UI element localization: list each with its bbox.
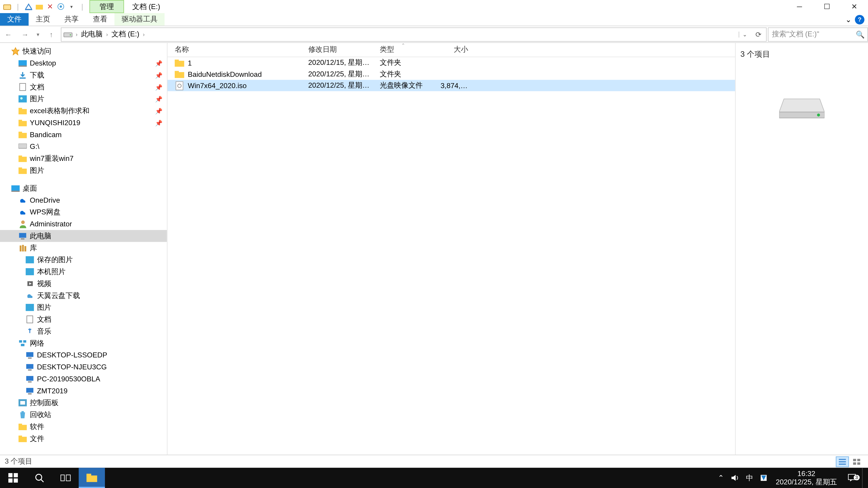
table-row[interactable]: 1 2020/12/15, 星期二 1... 文件夹 [167, 57, 735, 68]
tree-label: 软件 [30, 422, 44, 432]
tree-item-user[interactable]: Administrator [0, 218, 167, 230]
tree-item[interactable]: 图片 [0, 164, 167, 176]
tray-overflow-icon[interactable]: ⌃ [714, 468, 728, 488]
breadcrumb-drive-icon[interactable] [61, 31, 74, 38]
tray-app-icon[interactable] [757, 468, 771, 488]
breadcrumb-seg-current[interactable]: 文档 (E:) [109, 29, 142, 39]
details-pane: 3 个项目 [736, 43, 868, 455]
breadcrumb-seg-thispc[interactable]: 此电脑 [79, 29, 105, 39]
back-button[interactable]: ← [0, 26, 17, 43]
breadcrumb-chevron-icon[interactable]: › [74, 31, 79, 37]
tree-label: 快速访问 [23, 46, 51, 56]
tree-item-cpanel[interactable]: 控制面板 [0, 397, 167, 409]
tab-view[interactable]: 查看 [86, 13, 115, 26]
column-date[interactable]: 修改日期 [301, 43, 373, 57]
table-row[interactable]: BaiduNetdiskDownload 2020/12/25, 星期五 1..… [167, 68, 735, 80]
minimize-button[interactable]: ─ [786, 0, 813, 13]
refresh-button[interactable]: ⟳ [750, 30, 766, 38]
svg-rect-33 [26, 256, 34, 263]
qat-dropdown-icon[interactable]: ▾ [67, 2, 76, 11]
task-view-button[interactable] [53, 468, 79, 488]
qat-properties-icon[interactable] [24, 2, 33, 11]
tray-clock[interactable]: 16:32 2020/12/25, 星期五 [771, 469, 842, 486]
tree-item-recycle[interactable]: 回收站 [0, 409, 167, 421]
qat-delete-icon[interactable]: ✕ [45, 2, 55, 11]
tree-label: G:\ [30, 142, 39, 151]
svg-marker-7 [12, 48, 19, 55]
tree-item[interactable]: excel表格制作求和📌 [0, 105, 167, 117]
tree-item[interactable]: YUNQISHI2019📌 [0, 117, 167, 129]
svg-rect-58 [175, 60, 179, 61]
svg-rect-15 [19, 108, 22, 109]
tree-item[interactable]: PC-20190530OBLA [0, 373, 167, 385]
tree-desktop[interactable]: 桌面 [0, 182, 167, 194]
svg-rect-54 [19, 424, 22, 425]
column-size[interactable]: 大小 [433, 43, 475, 57]
ribbon-collapse-icon[interactable]: ⌄ [845, 17, 851, 22]
tree-item[interactable]: 保存的图片 [0, 254, 167, 266]
tree-quick-access[interactable]: 快速访问 [0, 45, 167, 57]
breadcrumb-dropdown-icon[interactable]: ⌄ [739, 31, 751, 37]
tree-item-desktop[interactable]: Desktop📌 [0, 57, 167, 69]
help-icon[interactable]: ? [855, 15, 864, 24]
tree-item[interactable]: 视频 [0, 278, 167, 290]
tree-item-wps[interactable]: WPS网盘 [0, 206, 167, 218]
tree-item[interactable]: win7重装win7 [0, 153, 167, 164]
tree-label: win7重装win7 [30, 153, 73, 164]
show-desktop-button[interactable] [862, 468, 866, 488]
tree-item[interactable]: 图片 [0, 302, 167, 314]
tray-notifications[interactable]: 3 [842, 473, 862, 483]
tray-ime[interactable]: 中 [742, 468, 756, 488]
tree-label: 天翼云盘下载 [37, 291, 80, 301]
search-icon[interactable]: 🔍 [853, 30, 867, 38]
tree-item-onedrive[interactable]: OneDrive [0, 194, 167, 206]
taskbar-explorer[interactable] [79, 468, 105, 488]
up-button[interactable]: ↑ [43, 26, 60, 43]
tab-file[interactable]: 文件 [0, 13, 29, 26]
tree-item-network[interactable]: 网络 [0, 337, 167, 349]
tab-home[interactable]: 主页 [29, 13, 57, 26]
nav-tree[interactable]: 快速访问 Desktop📌 下载📌 文档📌 图片📌 excel表格制作求和📌 Y… [0, 43, 167, 455]
tree-item[interactable]: 音乐 [0, 325, 167, 337]
column-name[interactable]: 名称 [167, 43, 301, 57]
close-button[interactable]: ✕ [841, 0, 868, 13]
pin-icon: 📌 [155, 72, 162, 78]
tab-share[interactable]: 共享 [57, 13, 86, 26]
qat-newfolder-icon[interactable] [35, 2, 44, 11]
file-type: 文件夹 [373, 69, 433, 79]
tree-item[interactable]: 文件 [0, 433, 167, 445]
tree-item[interactable]: 天翼云盘下载 [0, 290, 167, 302]
history-dropdown-icon[interactable]: ▾ [33, 26, 43, 43]
tree-item-thispc[interactable]: 此电脑 [0, 230, 167, 242]
forward-button[interactable]: → [17, 26, 33, 43]
breadcrumb-chevron-icon[interactable]: › [105, 31, 109, 37]
table-row[interactable]: Win7x64_2020.iso 2020/12/25, 星期五 1... 光盘… [167, 80, 735, 91]
tree-item[interactable]: Bandicam [0, 129, 167, 141]
svg-marker-83 [732, 475, 736, 481]
breadcrumb-chevron-icon[interactable]: › [142, 31, 146, 37]
tab-drivetools[interactable]: 驱动器工具 [114, 13, 164, 26]
tree-item[interactable]: 本机照片 [0, 266, 167, 278]
tree-item[interactable]: G:\ [0, 140, 167, 153]
iso-file-icon [175, 80, 184, 90]
tree-item[interactable]: DESKTOP-LSSOEDP [0, 349, 167, 361]
tree-item[interactable]: ZMT2019 [0, 385, 167, 397]
tree-item[interactable]: 文档 [0, 313, 167, 325]
ribbon-context-tab[interactable]: 管理 [90, 0, 124, 13]
tray-volume-icon[interactable] [728, 468, 742, 488]
tree-item-libraries[interactable]: 库 [0, 242, 167, 254]
view-icons-button[interactable] [850, 456, 863, 467]
tree-label: 文档 [30, 82, 44, 92]
view-details-button[interactable] [836, 456, 849, 467]
qat-rename-icon[interactable] [56, 2, 66, 11]
search-button[interactable] [26, 468, 53, 488]
maximize-button[interactable]: ☐ [813, 0, 840, 13]
tree-item[interactable]: 软件 [0, 421, 167, 433]
tree-item-downloads[interactable]: 下载📌 [0, 69, 167, 81]
tree-item-documents[interactable]: 文档📌 [0, 81, 167, 93]
tree-item-pictures[interactable]: 图片📌 [0, 93, 167, 105]
svg-rect-61 [176, 81, 183, 90]
search-input[interactable]: 搜索"文档 (E:)" 🔍 [768, 27, 868, 41]
start-button[interactable] [0, 468, 26, 488]
tree-item[interactable]: DESKTOP-NJEU3CG [0, 361, 167, 373]
